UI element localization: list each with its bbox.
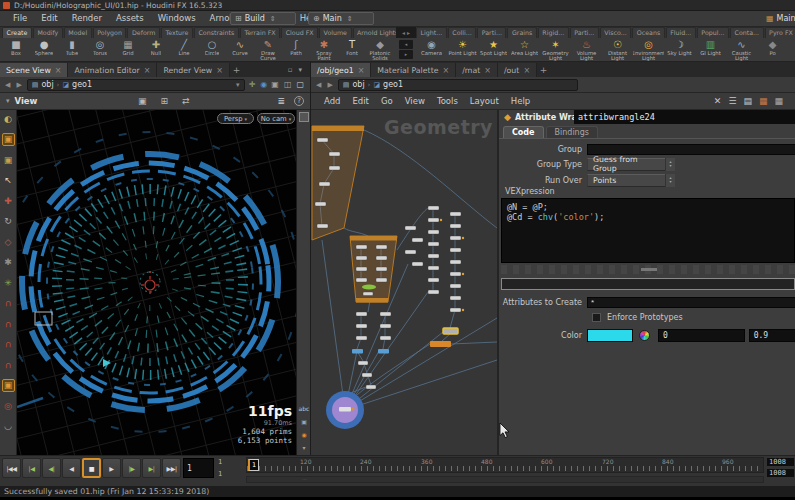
layout-icon[interactable]: ▣ [271, 80, 279, 89]
shelf-tool[interactable]: ◆ Po [757, 38, 788, 61]
menu-item[interactable]: Go [375, 94, 399, 109]
view-menu[interactable]: View [15, 96, 38, 106]
toolbar-icon[interactable]: ▤ [743, 96, 752, 106]
menu-item[interactable]: View [399, 94, 431, 109]
new-tab-button[interactable]: + [537, 63, 550, 77]
tool-icon[interactable]: ▣ [2, 153, 15, 166]
path-icon[interactable]: ◉ [260, 80, 267, 89]
shelf-scroll-boxes[interactable]: ◂▸ [396, 38, 416, 61]
timeline-scrollbar[interactable]: ⋯ [246, 476, 764, 483]
selected-wrangle-node[interactable] [443, 328, 458, 334]
menu-item[interactable]: Assets [109, 11, 151, 26]
toolbar-icon[interactable]: ✕ [714, 96, 722, 106]
transport-button[interactable]: ◀ [62, 458, 81, 478]
pane-menu-icon[interactable]: ▾ [298, 66, 302, 74]
color-wheel-icon[interactable] [639, 330, 650, 341]
toolbar-icon[interactable]: ▦ [759, 96, 768, 106]
shelf-tool[interactable]: ʃ Path [282, 38, 310, 61]
tool-icon[interactable]: ▣ [2, 133, 15, 146]
toolbar-icon[interactable]: ☰ [728, 96, 736, 106]
shelf-tool[interactable]: ∿ Curve [226, 38, 254, 61]
menu-item[interactable]: Add [318, 94, 346, 109]
editor-resize-grip[interactable] [501, 265, 795, 274]
view-icon[interactable]: ▣ [138, 96, 147, 106]
forward-icon[interactable]: ▶ [15, 81, 22, 89]
tool-icon[interactable]: ↻ [2, 215, 15, 228]
snippet-field[interactable] [501, 278, 795, 290]
scene-viewport[interactable]: Persp ▾ No cam ▾ 11fps 91.70ms 1,604 pri… [17, 110, 296, 455]
tool-icon[interactable]: ∩ [2, 358, 15, 371]
shelf-tool[interactable]: ♨ Volume Light [571, 38, 602, 61]
green-node[interactable] [362, 285, 376, 290]
shelf-tool[interactable]: ▥ GI Light [695, 38, 726, 61]
blue-node[interactable] [352, 349, 363, 354]
current-frame-field[interactable]: 1 [183, 458, 214, 478]
shelf-tab[interactable]: Oceans [632, 27, 664, 38]
shelf-tab[interactable]: Create [2, 27, 32, 38]
shelf-tool[interactable]: ✶ Geometry Light [540, 38, 571, 61]
persp-view-button[interactable]: Persp ▾ [217, 113, 254, 124]
shelf-tab[interactable]: Terrain FX [240, 27, 280, 38]
pane-tab[interactable]: Animation Editor × [68, 63, 157, 77]
close-icon[interactable]: × [484, 66, 491, 75]
path-icon[interactable]: ✛ [249, 80, 256, 89]
dropdown-spinner[interactable]: ▴▾ [665, 174, 675, 187]
transport-button[interactable]: ◀| [42, 458, 61, 478]
shelf-tool[interactable]: ☉ Distant Light [602, 38, 633, 61]
menu-item[interactable]: Render [65, 11, 109, 26]
shelf-tool[interactable]: ○ Circle [198, 38, 226, 61]
menu-item[interactable]: Edit [34, 11, 64, 26]
shelf-tab[interactable]: Parti... [477, 27, 506, 38]
close-icon[interactable]: × [443, 66, 450, 75]
display-options-icon[interactable]: ≣ [277, 96, 285, 106]
desktop-main-switcher[interactable]: ▦ Main [762, 12, 795, 25]
shelf-tab[interactable]: Parti... [570, 27, 599, 38]
pane-tab[interactable]: Render View × [157, 63, 229, 77]
tool-icon[interactable]: ✚ [2, 194, 15, 207]
shelf-tab[interactable]: Arnold Lights [353, 27, 397, 38]
range-start-values[interactable]: 11 [218, 458, 240, 478]
shelf-scroll-right-icon[interactable]: ▸ [407, 29, 410, 36]
group-field[interactable] [587, 144, 795, 155]
tool-icon[interactable]: ▣ [2, 379, 15, 392]
shelf-tool[interactable]: ◎ Torus [86, 38, 114, 61]
tool-icon[interactable]: ◎ [2, 399, 15, 412]
strip-icon[interactable]: ▣ [301, 418, 307, 425]
no-cam-button[interactable]: No cam ▾ [257, 113, 295, 124]
shelf-tool[interactable]: ★ Spot Light [478, 38, 509, 61]
shelf-tab[interactable]: Pyro FX [765, 27, 795, 38]
shelf-tab[interactable]: Popul... [697, 27, 729, 38]
orange-node[interactable] [430, 341, 451, 347]
sphere-node[interactable] [326, 391, 364, 429]
pane-tab[interactable]: /out × [498, 63, 537, 77]
shelf-tab[interactable]: Constraints [194, 27, 239, 38]
help-icon[interactable]: ? [294, 96, 304, 106]
menu-item[interactable]: File [6, 11, 34, 26]
toolbar-icon[interactable]: ▦ [774, 96, 783, 106]
close-icon[interactable]: × [144, 66, 151, 75]
tool-icon[interactable]: ↖ [2, 174, 15, 187]
shelf-tab[interactable]: Volume [319, 27, 351, 38]
desktop-build-combo[interactable]: ⊞ Build ⇕ [230, 12, 296, 25]
menu-item[interactable]: Tools [431, 94, 464, 109]
shelf-tab[interactable]: Model [64, 27, 92, 38]
shelf-tab[interactable]: Visco... [600, 27, 631, 38]
frame-ruler[interactable]: 120240360480600720840960 1 [246, 457, 764, 473]
strip-handle[interactable] [299, 112, 309, 122]
transport-button[interactable]: |▶ [122, 458, 141, 478]
shelf-tool[interactable]: ◆ Platonic Solids [366, 38, 394, 61]
shelf-tool[interactable]: ☽ Sky Light [664, 38, 695, 61]
new-tab-button[interactable]: + [230, 63, 243, 77]
tool-icon[interactable]: ∩ [2, 297, 15, 310]
view-icon[interactable]: ⇄ [182, 96, 190, 106]
shelf-tab[interactable]: Colli... [448, 27, 477, 38]
strip-icon[interactable]: ◉ [301, 431, 306, 438]
breadcrumb[interactable]: ▤ obj › ◪ geo1 ▾ [27, 79, 245, 91]
pane-tab[interactable]: /obj/geo1 × [311, 63, 371, 77]
color-value-1[interactable]: 0 [658, 329, 745, 342]
enforce-prototypes-checkbox[interactable] [592, 313, 601, 322]
strip-icon[interactable]: abc [299, 405, 310, 412]
shelf-tool[interactable]: ☀ Point Light [447, 38, 478, 61]
shelf-tool[interactable]: ■ Box [2, 38, 30, 61]
param-tab[interactable]: Bindings [546, 126, 598, 138]
